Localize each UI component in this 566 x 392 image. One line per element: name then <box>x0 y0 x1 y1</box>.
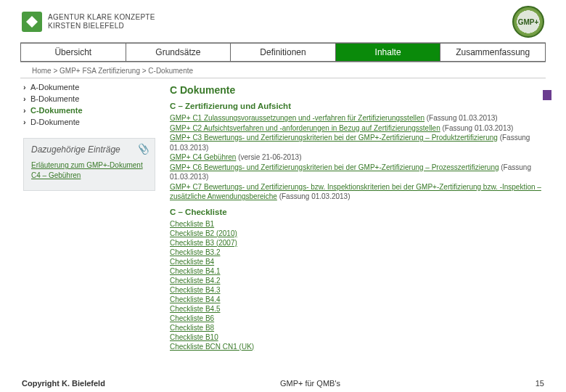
doc-link-c3[interactable]: GMP+ C3 Bewertungs- und Zertifizierungsk… <box>170 134 498 142</box>
doc-category-list: A-Dokumente B-Dokumente C-Dokumente D-Do… <box>23 81 155 128</box>
page-title: C Dokumente <box>170 84 566 96</box>
related-entries-panel: Dazugehörige Einträge📎 Erläuterung zum G… <box>23 138 155 191</box>
breadcrumb: Home > GMP+ FSA Zertifizierung > C-Dokum… <box>0 62 566 76</box>
checklist-link[interactable]: Checkliste B10 <box>170 332 566 342</box>
doc-link-c2[interactable]: GMP+ C2 Aufsichtsverfahren und -anforder… <box>170 124 440 132</box>
checklist-list: Checkliste B1 Checkliste B2 (2010) Check… <box>170 219 566 351</box>
related-link[interactable]: Erläuterung zum GMP+-Dokument C4 – Gebüh… <box>31 160 147 180</box>
divider <box>20 78 546 78</box>
brand-logo: Agentur Klare Konzepte Kirsten Bielefeld <box>22 12 155 32</box>
section-cert-title: C – Zertifizierung und Aufsicht <box>170 102 566 110</box>
checklist-link[interactable]: Checkliste B3 (2007) <box>170 238 566 248</box>
copyright: Copyright K. Bielefeld <box>22 379 105 388</box>
doc-link-c4[interactable]: GMP+ C4 Gebühren <box>170 153 236 161</box>
doc-item: GMP+ C4 Gebühren (versie 21-06-2013) <box>170 152 566 163</box>
doc-item: GMP+ C7 Bewertungs- und Zertifizierungs-… <box>170 182 566 202</box>
gmp-plus-badge: GMP+ <box>512 6 544 38</box>
sidebar-item-b-dokumente[interactable]: B-Dokumente <box>23 93 155 105</box>
doc-item: GMP+ C6 Bewertungs- und Zertifizierungsk… <box>170 163 566 182</box>
doc-link-c1[interactable]: GMP+ C1 Zulassungsvoraussetzungen und -v… <box>170 114 424 122</box>
logo-icon <box>22 12 42 32</box>
scroll-marker-icon <box>543 90 551 100</box>
checklist-link[interactable]: Checkliste B1 <box>170 219 566 229</box>
checklist-link[interactable]: Checkliste B4 <box>170 257 566 266</box>
doc-item: GMP+ C1 Zulassungsvoraussetzungen und -v… <box>170 113 566 123</box>
checklist-link[interactable]: Checkliste B4.2 <box>170 276 566 285</box>
checklist-link[interactable]: Checkliste B4.3 <box>170 285 566 295</box>
checklist-link[interactable]: Checkliste B4.1 <box>170 266 566 276</box>
doc-link-c6[interactable]: GMP+ C6 Bewertungs- und Zertifizierungsk… <box>170 163 499 171</box>
tab-inhalte[interactable]: Inhalte <box>336 43 441 62</box>
tab-uebersicht[interactable]: Übersicht <box>20 43 126 62</box>
page-number: 15 <box>515 379 544 388</box>
checklist-link[interactable]: Checkliste B4.5 <box>170 304 566 314</box>
tab-zusammenfassung[interactable]: Zusammenfassung <box>440 43 546 62</box>
logo-line-1: Agentur Klare Konzepte <box>48 13 155 22</box>
checklist-link[interactable]: Checkliste B8 <box>170 323 566 332</box>
checklist-link[interactable]: Checkliste B6 <box>170 314 566 323</box>
doc-item: GMP+ C3 Bewertungs- und Zertifizierungsk… <box>170 133 566 152</box>
checklist-link[interactable]: Checkliste B2 (2010) <box>170 229 566 238</box>
checklist-link[interactable]: Checkliste B4.4 <box>170 295 566 304</box>
tab-bar: Übersicht Grundsätze Definitionen Inhalt… <box>20 42 546 62</box>
doc-item: GMP+ C2 Aufsichtsverfahren und -anforder… <box>170 123 566 134</box>
checklist-link[interactable]: Checkliste BCN CN1 (UK) <box>170 342 566 351</box>
footer-center: GMP+ für QMB's <box>105 379 515 388</box>
sidebar-item-a-dokumente[interactable]: A-Dokumente <box>23 81 155 93</box>
logo-line-2: Kirsten Bielefeld <box>48 22 155 30</box>
tab-grundsaetze[interactable]: Grundsätze <box>126 43 231 62</box>
related-title: Dazugehörige Einträge📎 <box>31 144 147 155</box>
tab-definitionen[interactable]: Definitionen <box>231 43 336 62</box>
sidebar-item-c-dokumente[interactable]: C-Dokumente <box>23 105 155 116</box>
doc-link-c7[interactable]: GMP+ C7 Bewertungs- und Zertifizierungs-… <box>170 183 541 201</box>
sidebar-item-d-dokumente[interactable]: D-Dokumente <box>23 116 155 128</box>
checklist-link[interactable]: Checkliste B3.2 <box>170 248 566 257</box>
paperclip-icon: 📎 <box>136 143 149 155</box>
section-checklist-title: C – Checkliste <box>170 208 566 216</box>
